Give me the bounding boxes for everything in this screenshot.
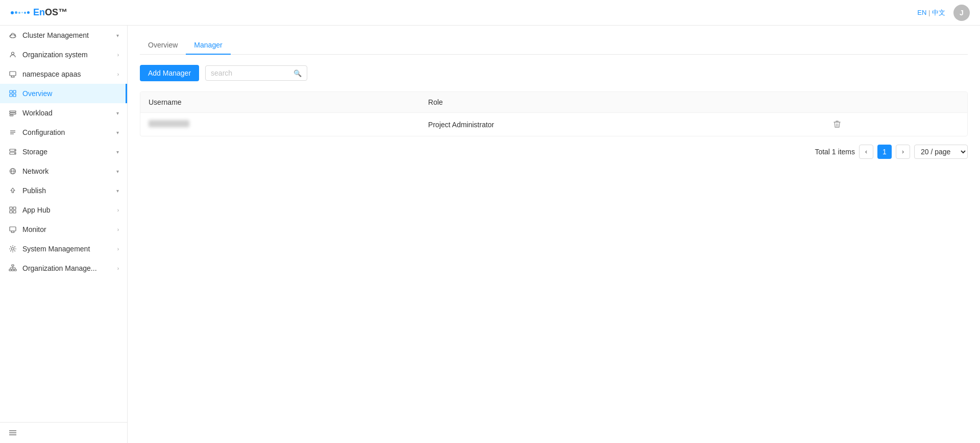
chevron-down-icon: ▾ (116, 169, 119, 174)
svg-rect-2 (10, 72, 16, 76)
sidebar-item-system-management[interactable]: System Management › (0, 239, 127, 259)
sidebar-item-workload[interactable]: Workload ▾ (0, 103, 127, 123)
column-header-username: Username (140, 92, 420, 113)
workload-icon (8, 108, 17, 118)
sidebar-bottom (0, 422, 127, 443)
logo-dots (10, 11, 30, 14)
sidebar-item-label: Workload (22, 109, 116, 117)
network-icon (8, 167, 17, 176)
settings-icon (8, 244, 17, 253)
sidebar-item-app-hub[interactable]: App Hub › (0, 200, 127, 220)
sidebar-item-label: Organization system (22, 51, 117, 59)
blurred-username (149, 120, 189, 127)
logo: EnOS™ (10, 7, 67, 18)
chevron-down-icon: ▾ (116, 33, 119, 38)
cloud-icon (8, 31, 17, 40)
lang-sep: | (928, 9, 930, 16)
config-icon (8, 128, 17, 137)
sidebar-item-storage[interactable]: Storage ▾ (0, 142, 127, 161)
main-layout: Cluster Management ▾ Organization system… (0, 26, 980, 443)
tabs: Overview Manager (140, 36, 968, 55)
svg-point-31 (12, 248, 14, 250)
svg-rect-7 (13, 90, 16, 93)
lang-en[interactable]: EN (917, 9, 926, 16)
column-header-role: Role (420, 92, 822, 113)
add-manager-button[interactable]: Add Manager (140, 65, 199, 81)
chevron-right-icon: › (117, 52, 119, 58)
sidebar-item-publish[interactable]: Publish ▾ (0, 181, 127, 200)
pagination-current-page[interactable]: 1 (877, 145, 892, 159)
content-area: Overview Manager Add Manager 🔍 Username … (128, 26, 980, 443)
chevron-right-icon: › (117, 246, 119, 252)
sidebar-item-organization-system[interactable]: Organization system › (0, 45, 127, 64)
svg-point-19 (14, 153, 15, 154)
svg-rect-11 (10, 113, 16, 114)
tab-manager[interactable]: Manager (186, 36, 230, 54)
sidebar-collapse-button[interactable] (8, 429, 119, 437)
svg-rect-33 (9, 269, 11, 271)
chevron-right-icon: › (117, 72, 119, 77)
lang-switch[interactable]: EN | 中文 (917, 8, 945, 17)
monitor2-icon (8, 225, 17, 234)
monitor-icon (8, 69, 17, 79)
apphub-icon (8, 205, 17, 215)
sidebar-item-label: System Management (22, 245, 117, 253)
lang-zh[interactable]: 中文 (932, 9, 945, 16)
search-box[interactable]: 🔍 (205, 65, 307, 81)
chevron-down-icon: ▾ (116, 110, 119, 116)
role-cell: Project Administrator (420, 113, 822, 136)
svg-rect-12 (10, 115, 13, 116)
sidebar-item-label: Cluster Management (22, 31, 116, 39)
svg-rect-10 (10, 111, 16, 112)
chevron-down-icon: ▾ (116, 188, 119, 194)
chevron-right-icon: › (117, 227, 119, 232)
sidebar-item-network[interactable]: Network ▾ (0, 161, 127, 181)
top-header: EnOS™ EN | 中文 J (0, 0, 980, 26)
sidebar-item-monitor[interactable]: Monitor › (0, 220, 127, 239)
org-icon (8, 264, 17, 273)
delete-button[interactable] (830, 119, 844, 129)
table-row: Project Administrator (140, 113, 967, 136)
table-header-row: Username Role (140, 92, 967, 113)
tab-overview[interactable]: Overview (140, 36, 186, 54)
sidebar-item-label: Overview (22, 89, 117, 98)
sidebar-item-namespace-apaas[interactable]: namespace apaas › (0, 64, 127, 84)
sidebar: Cluster Management ▾ Organization system… (0, 26, 128, 443)
sidebar-item-label: namespace apaas (22, 70, 117, 78)
sidebar-item-cluster-management[interactable]: Cluster Management ▾ (0, 26, 127, 45)
search-icon: 🔍 (293, 69, 302, 77)
manager-table: Username Role Project Administrator (140, 91, 968, 136)
pagination-page-size-select[interactable]: 20 / page 50 / page 100 / page (914, 145, 968, 159)
sidebar-item-label: Network (22, 167, 116, 175)
sidebar-item-label: Configuration (22, 128, 116, 136)
pagination-total: Total 1 items (815, 148, 855, 156)
column-header-actions (822, 92, 967, 113)
svg-rect-6 (10, 90, 12, 93)
toolbar: Add Manager 🔍 (140, 65, 968, 81)
chevron-down-icon: ▾ (116, 130, 119, 135)
svg-rect-26 (13, 211, 16, 213)
search-input[interactable] (211, 69, 290, 77)
chevron-down-icon: ▾ (116, 149, 119, 155)
sidebar-item-configuration[interactable]: Configuration ▾ (0, 123, 127, 142)
chevron-right-icon: › (117, 266, 119, 271)
pagination-next-button[interactable]: › (896, 145, 910, 159)
svg-rect-24 (13, 207, 16, 209)
sidebar-item-label: Publish (22, 186, 116, 195)
sidebar-item-overview[interactable]: Overview (0, 84, 127, 103)
grid-icon (8, 89, 17, 98)
storage-icon (8, 147, 17, 156)
publish-icon (8, 186, 17, 195)
chevron-right-icon: › (117, 207, 119, 213)
sidebar-item-label: App Hub (22, 206, 117, 214)
pagination: Total 1 items ‹ 1 › 20 / page 50 / page … (140, 145, 968, 159)
svg-rect-8 (10, 94, 12, 97)
logo-text: EnOS™ (33, 7, 67, 18)
svg-rect-34 (12, 269, 14, 271)
pagination-prev-button[interactable]: ‹ (859, 145, 873, 159)
sidebar-item-label: Storage (22, 148, 116, 156)
svg-point-18 (14, 150, 15, 151)
sidebar-item-organization-manage[interactable]: Organization Manage... › (0, 259, 127, 278)
avatar[interactable]: J (953, 5, 970, 21)
user-icon (8, 50, 17, 59)
